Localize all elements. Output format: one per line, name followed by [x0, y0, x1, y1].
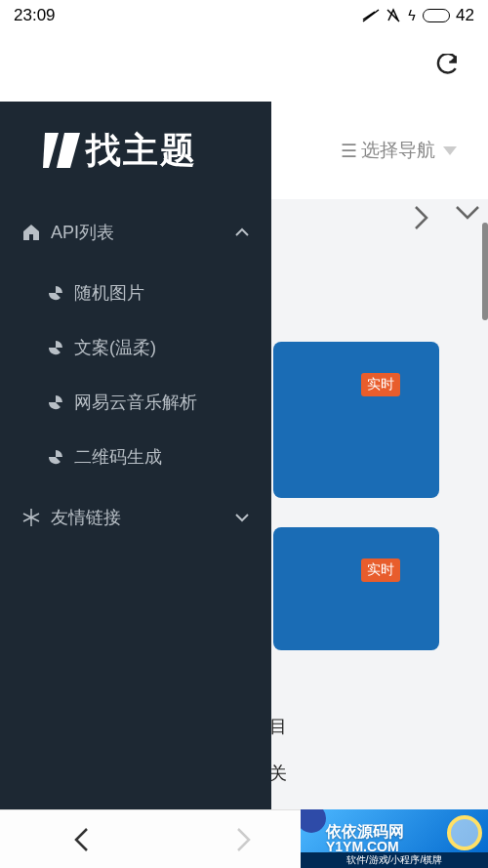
dashboard-icon [47, 339, 64, 356]
magnifier-icon [447, 815, 482, 850]
sidebar-subitem-qrcode[interactable]: 二维码生成 [0, 430, 271, 484]
partial-text: 目 [269, 715, 287, 738]
realtime-badge: 实时 [361, 373, 400, 396]
ad-url: Y1YM.COM [326, 840, 404, 854]
sidebar-subitem-random-image[interactable]: 随机图片 [0, 266, 271, 320]
status-time: 23:09 [14, 6, 56, 25]
chevron-down-icon [234, 510, 250, 525]
browser-toolbar [0, 31, 488, 102]
status-bar: 23:09 ϟ 42 [0, 0, 488, 31]
sidebar-item-api-list[interactable]: API列表 [0, 199, 271, 266]
dashboard-icon [47, 393, 64, 411]
menu-label: 友情链接 [51, 506, 224, 529]
dashboard-icon [47, 448, 64, 466]
sidebar-subitem-copywriting[interactable]: 文案(温柔) [0, 320, 271, 375]
partial-text: 关 [269, 762, 287, 785]
content-card[interactable]: 实时 [273, 342, 439, 498]
snowflake-icon [21, 508, 41, 527]
dashboard-icon [47, 284, 64, 302]
sidebar: 找主题 API列表 随机图片 文案(温柔) 网易云音乐解析 二维码生成 友情链接 [0, 102, 271, 809]
content-card[interactable]: 实时 [273, 527, 439, 650]
list-icon: ☰ [341, 140, 357, 162]
ad-title: 依依源码网 [326, 823, 404, 841]
submenu-label: 二维码生成 [74, 445, 162, 469]
ad-text: 依依源码网 Y1YM.COM [326, 823, 404, 855]
battery-level: 42 [456, 6, 474, 25]
charging-icon: ϟ [407, 7, 417, 24]
ad-decoration [301, 809, 326, 833]
nav-arrows [414, 205, 480, 230]
nav-select-label[interactable]: 选择导航 [361, 138, 435, 163]
ad-banner[interactable]: 依依源码网 Y1YM.COM 软件/游戏/小程序/棋牌 [301, 809, 488, 868]
chevron-right-icon[interactable] [414, 205, 429, 230]
submenu-label: 随机图片 [74, 281, 144, 305]
sidebar-subitem-netease-music[interactable]: 网易云音乐解析 [0, 375, 271, 430]
signal-icon [362, 9, 380, 22]
submenu-label: 文案(温柔) [74, 336, 156, 359]
scrollbar-thumb[interactable] [482, 223, 488, 320]
sidebar-logo[interactable]: 找主题 [0, 102, 271, 199]
realtime-badge: 实时 [361, 558, 400, 582]
logo-text: 找主题 [86, 127, 197, 175]
sidebar-item-friendly-links[interactable]: 友情链接 [0, 484, 271, 551]
submenu-label: 网易云音乐解析 [74, 391, 197, 414]
forward-button[interactable] [224, 820, 264, 859]
status-right: ϟ 42 [362, 6, 474, 25]
home-icon [21, 223, 41, 242]
no-sim-icon [386, 8, 401, 23]
chevron-down-icon[interactable] [455, 205, 480, 221]
menu-label: API列表 [51, 221, 224, 244]
battery-icon [423, 9, 450, 22]
back-button[interactable] [61, 820, 101, 859]
logo-icon [39, 127, 86, 174]
chevron-up-icon [234, 225, 250, 240]
refresh-icon[interactable] [433, 54, 459, 79]
chevron-down-icon [443, 146, 457, 155]
